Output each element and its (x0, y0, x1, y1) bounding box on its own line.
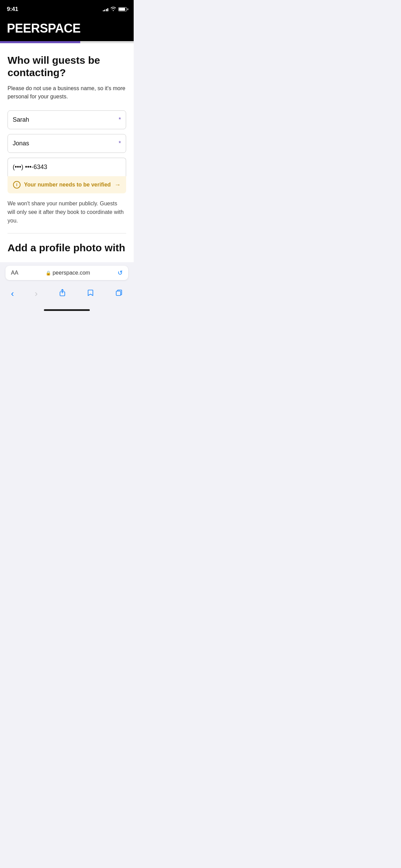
forward-button[interactable]: › (29, 286, 43, 301)
main-content: Who will guests be contacting? Please do… (0, 43, 134, 262)
next-section-title: Add a profile photo with (8, 242, 126, 254)
privacy-text: We won't share your number publicly. Gue… (8, 200, 126, 225)
phone-field[interactable]: (•••) •••-6343 (8, 158, 126, 176)
back-button[interactable]: ‹ (5, 286, 20, 301)
verification-banner[interactable]: i Your number needs to be verified → (8, 176, 126, 193)
first-name-field[interactable]: Sarah * (8, 110, 126, 129)
lock-icon: 🔒 (46, 270, 51, 276)
svg-rect-1 (116, 291, 121, 296)
arrow-right-icon[interactable]: → (114, 181, 121, 189)
tabs-button[interactable] (110, 287, 128, 301)
section-title: Who will guests be contacting? (8, 54, 126, 79)
battery-fill (119, 8, 125, 11)
bottom-nav: ‹ › (0, 284, 134, 306)
share-button[interactable] (53, 287, 72, 301)
signal-bar-1 (103, 10, 104, 11)
phone-value: (•••) •••-6343 (13, 164, 47, 171)
signal-bars-icon (103, 7, 109, 11)
header: PEERSPACE (0, 17, 134, 41)
last-name-asterisk: * (119, 140, 121, 147)
app-logo: PEERSPACE (7, 21, 127, 36)
status-bar: 9:41 (0, 0, 134, 17)
first-name-value: Sarah (13, 116, 29, 123)
home-bar (44, 309, 90, 311)
signal-bar-2 (104, 10, 105, 11)
font-size-button[interactable]: AA (11, 270, 18, 276)
last-name-field[interactable]: Jonas * (8, 134, 126, 153)
browser-bar-wrapper: AA 🔒 peerspace.com ↺ (0, 262, 134, 284)
status-time: 9:41 (7, 6, 18, 13)
signal-bar-3 (106, 9, 107, 11)
wifi-icon (110, 7, 116, 12)
verification-left: i Your number needs to be verified (13, 181, 111, 189)
browser-url-text: peerspace.com (52, 270, 90, 276)
first-name-asterisk: * (119, 116, 121, 123)
last-name-value: Jonas (13, 140, 29, 147)
verification-text: Your number needs to be verified (24, 182, 111, 188)
reload-button[interactable]: ↺ (118, 269, 123, 277)
section-description: Please do not use a business name, so it… (8, 84, 126, 101)
bookmark-button[interactable] (81, 287, 100, 301)
battery-icon (118, 7, 127, 11)
info-circle-icon: i (13, 181, 21, 189)
browser-url-display: 🔒 peerspace.com (46, 270, 90, 276)
status-icons (103, 7, 127, 12)
signal-bar-4 (107, 8, 108, 11)
section-divider (8, 233, 126, 233)
browser-bar: AA 🔒 peerspace.com ↺ (5, 266, 128, 280)
home-indicator (0, 306, 134, 313)
